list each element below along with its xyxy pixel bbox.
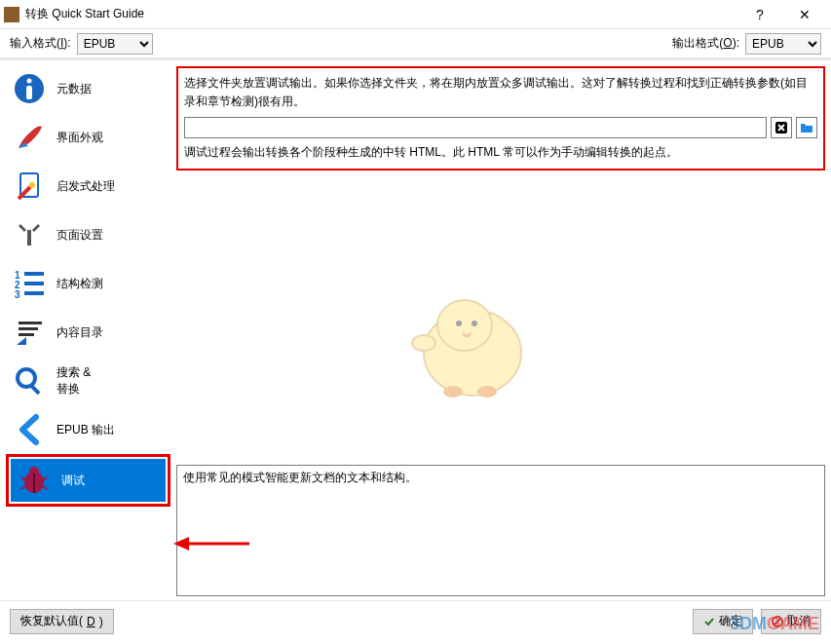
- window-title: 转换 Quick Start Guide: [25, 6, 737, 22]
- brush-icon: [12, 120, 47, 155]
- input-format-select[interactable]: EPUB: [77, 33, 153, 55]
- doc-wand-icon: [12, 169, 47, 204]
- sidebar-item-label: 调试: [61, 473, 85, 489]
- debug-path-input[interactable]: [184, 117, 767, 138]
- svg-marker-33: [173, 537, 189, 550]
- titlebar: 转换 Quick Start Guide ? ✕: [0, 0, 831, 29]
- info-text: 使用常见的模式智能更新文档的文本和结构。: [183, 471, 417, 484]
- check-icon: [703, 616, 715, 627]
- bug-icon: [17, 463, 52, 498]
- svg-text:3: 3: [15, 289, 20, 300]
- sidebar-item-label: 界面外观: [57, 130, 103, 146]
- debug-desc: 选择文件夹放置调试输出。如果你选择文件夹，将在期内放置众多调试输出。这对了解转换…: [184, 74, 817, 111]
- output-format-label: 输出格式(O):: [672, 35, 739, 52]
- tools-icon: [12, 217, 47, 252]
- sidebar-item-structure[interactable]: 123 结构检测: [6, 259, 170, 308]
- svg-rect-10: [24, 282, 44, 285]
- footer: 恢复默认值(D) 确定 取消: [0, 600, 831, 641]
- clear-button[interactable]: [771, 117, 792, 138]
- main-area: 元数据 界面外观 启发式处理 页面设置 123 结构检测: [0, 60, 831, 600]
- svg-point-30: [443, 386, 463, 398]
- sidebar-item-label: 元数据: [57, 81, 92, 97]
- svg-rect-2: [26, 86, 32, 99]
- svg-point-29: [412, 335, 435, 351]
- sidebar-item-label: 搜索 & 替换: [57, 364, 91, 398]
- sidebar-item-label: 内容目录: [57, 324, 103, 341]
- app-icon: [4, 7, 19, 22]
- svg-point-27: [456, 321, 462, 326]
- restore-defaults-button[interactable]: 恢复默认值(D): [10, 609, 114, 634]
- svg-rect-12: [19, 322, 42, 324]
- sidebar-item-toc[interactable]: 内容目录: [6, 308, 170, 357]
- sidebar-item-epub-output[interactable]: EPUB 输出: [6, 405, 170, 454]
- close-button[interactable]: ✕: [782, 0, 827, 29]
- svg-point-26: [437, 300, 492, 351]
- content-panel: 选择文件夹放置调试输出。如果你选择文件夹，将在期内放置众多调试输出。这对了解转换…: [170, 60, 831, 600]
- sidebar-item-label: 结构检测: [57, 276, 103, 292]
- chevron-left-icon: [12, 412, 47, 447]
- mascot-image: [395, 275, 541, 414]
- info-text-box: 使用常见的模式智能更新文档的文本和结构。: [176, 465, 825, 596]
- svg-point-28: [472, 321, 477, 326]
- browse-folder-button[interactable]: [796, 117, 817, 138]
- svg-point-4: [29, 182, 35, 188]
- list-num-icon: 123: [12, 266, 47, 301]
- sidebar-item-metadata[interactable]: 元数据: [6, 64, 170, 113]
- svg-point-15: [18, 369, 35, 387]
- svg-rect-9: [24, 272, 44, 276]
- debug-note: 调试过程会输出转换各个阶段种生成的中转 HTML。此 HTML 常可以作为手动编…: [184, 144, 817, 161]
- help-button[interactable]: ?: [737, 0, 782, 29]
- sidebar-item-label: EPUB 输出: [57, 422, 115, 438]
- sidebar-item-heuristic[interactable]: 启发式处理: [6, 162, 170, 210]
- debug-output-panel: 选择文件夹放置调试输出。如果你选择文件夹，将在期内放置众多调试输出。这对了解转换…: [176, 66, 825, 170]
- sidebar-item-label: 启发式处理: [57, 178, 115, 195]
- sidebar-item-debug[interactable]: 调试: [11, 459, 166, 502]
- svg-rect-16: [29, 384, 40, 395]
- svg-rect-11: [24, 291, 44, 295]
- output-format-select[interactable]: EPUB: [745, 33, 821, 55]
- svg-point-31: [477, 386, 497, 398]
- sidebar-item-look[interactable]: 界面外观: [6, 113, 170, 162]
- format-row: 输入格式(I): EPUB 输出格式(O): EPUB: [0, 29, 831, 60]
- sidebar: 元数据 界面外观 启发式处理 页面设置 123 结构检测: [0, 60, 170, 600]
- annotation-arrow: [173, 534, 251, 553]
- sidebar-item-page-setup[interactable]: 页面设置: [6, 210, 170, 259]
- sidebar-item-search-replace[interactable]: 搜索 & 替换: [6, 357, 170, 405]
- watermark: 3DMGAME: [730, 614, 819, 634]
- svg-rect-14: [19, 333, 34, 336]
- toc-icon: [12, 315, 47, 350]
- search-icon: [12, 363, 47, 398]
- input-format-label: 输入格式(I):: [10, 35, 71, 52]
- sidebar-item-label: 页面设置: [57, 227, 103, 244]
- svg-rect-5: [27, 230, 31, 246]
- info-icon: [12, 71, 47, 106]
- svg-point-1: [27, 79, 32, 84]
- svg-rect-13: [19, 327, 38, 330]
